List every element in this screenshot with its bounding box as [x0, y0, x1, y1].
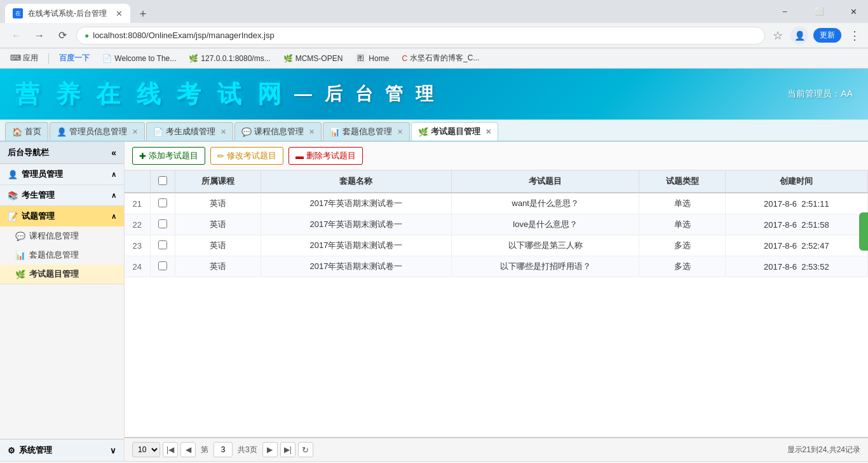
- sidebar-item-exam-topic[interactable]: 🌿 考试题目管理: [0, 265, 124, 284]
- star-icon[interactable]: ☆: [773, 29, 783, 43]
- last-page-button[interactable]: ▶|: [280, 442, 295, 457]
- app-header: 营 养 在 线 考 试 网 — 后 台 管 理 当前管理员：AA: [0, 69, 868, 120]
- row-checkbox[interactable]: [158, 219, 167, 228]
- row-datetime: 2017-8-6 2:52:47: [725, 235, 867, 256]
- select-all-checkbox[interactable]: [158, 176, 167, 185]
- tab-admin-info[interactable]: 👤 管理员信息管理 ✕: [50, 122, 145, 141]
- tab-close-icon[interactable]: ✕: [116, 9, 123, 18]
- back-button[interactable]: ←: [8, 27, 25, 45]
- exam-topic-sidebar-label: 考试题目管理: [29, 268, 79, 280]
- row-course: 英语: [175, 214, 261, 235]
- topic-tab-close[interactable]: ✕: [485, 128, 491, 136]
- sidebar-collapse-icon[interactable]: «: [111, 148, 116, 158]
- paper-tab-close[interactable]: ✕: [397, 128, 403, 136]
- row-course: 英语: [175, 256, 261, 277]
- next-page-button[interactable]: ▶: [262, 442, 278, 457]
- right-edge-tab[interactable]: [859, 212, 868, 251]
- browser-tab[interactable]: 在 在线考试系统-后台管理 ✕: [5, 4, 130, 23]
- refresh-button[interactable]: ↻: [298, 442, 313, 457]
- prev-page-button[interactable]: ◀: [180, 442, 196, 457]
- topic-tab-icon: 🌿: [418, 127, 428, 137]
- bookmark-apps[interactable]: ⌨ 应用: [5, 52, 43, 65]
- edit-icon: ✏: [217, 151, 224, 161]
- sidebar-item-course-info[interactable]: 💬 课程信息管理: [0, 226, 124, 245]
- admin-mgmt-icon: 👤: [8, 170, 18, 179]
- sidebar-section-admin-title[interactable]: 👤 管理员管理 ∧: [0, 164, 124, 184]
- display-info: 显示21到24,共24记录: [787, 445, 860, 455]
- app-title: 营 养 在 线 考 试 网: [15, 78, 287, 111]
- minimize-button[interactable]: –: [770, 0, 799, 23]
- home-tab-label: 首页: [25, 126, 41, 137]
- edit-exam-topic-button[interactable]: ✏ 修改考试题目: [210, 147, 283, 165]
- bookmark-home[interactable]: 图 Home: [350, 52, 394, 65]
- first-page-button[interactable]: |◀: [163, 442, 178, 457]
- sidebar-item-paper-info[interactable]: 📊 套题信息管理: [0, 245, 124, 265]
- score-tab-close[interactable]: ✕: [220, 128, 226, 136]
- total-pages-label: 共3页: [238, 445, 257, 455]
- secure-icon: ●: [85, 31, 89, 40]
- row-paper: 2017年英语期末测试卷一: [261, 193, 451, 214]
- add-label: 添加考试题目: [149, 150, 198, 162]
- table-row[interactable]: 23 英语 2017年英语期末测试卷一 以下哪些是第三人称 多选 2017-8-…: [125, 235, 868, 256]
- close-button[interactable]: ✕: [839, 0, 868, 23]
- row-datetime: 2017-8-6 2:51:11: [725, 193, 867, 214]
- home-tab-icon: 🏠: [12, 127, 22, 137]
- row-checkbox-cell: [150, 235, 175, 256]
- address-bar[interactable]: ● localhost:8080/OnlineExam/jsp/managerI…: [76, 27, 765, 45]
- course-tab-close[interactable]: ✕: [309, 128, 315, 136]
- sidebar-bottom: ⚙ 系统管理 ∨: [0, 439, 124, 461]
- sidebar-section-topic-title[interactable]: 📝 试题管理 ∧: [0, 206, 124, 226]
- system-mgmt-section[interactable]: ⚙ 系统管理 ∨: [0, 439, 124, 461]
- app-subtitle: — 后 台 管 理: [294, 82, 437, 106]
- student-mgmt-icon: 📚: [8, 191, 18, 200]
- sidebar-section-student-title[interactable]: 📚 考生管理 ∧: [0, 185, 124, 205]
- forward-button[interactable]: →: [31, 27, 48, 45]
- row-topic: 以下哪些是第三人称: [452, 235, 639, 256]
- row-checkbox[interactable]: [158, 198, 167, 207]
- bookmark-mcms[interactable]: 🌿 MCMS-OPEN: [278, 53, 348, 64]
- url-text: localhost:8080/OnlineExam/jsp/managerInd…: [93, 31, 274, 40]
- bookmark-blog[interactable]: C 水坚石青的博客_C...: [397, 52, 484, 65]
- bookmark-127[interactable]: 🌿 127.0.0.1:8080/ms...: [184, 53, 275, 64]
- student-mgmt-label: 考生管理: [22, 190, 55, 201]
- bookmark-welcome[interactable]: 📄 Welcome to The...: [97, 53, 181, 64]
- new-tab-button[interactable]: +: [134, 5, 152, 23]
- table-row[interactable]: 21 英语 2017年英语期末测试卷一 want是什么意思？ 单选 2017-8…: [125, 193, 868, 214]
- row-num: 22: [125, 214, 150, 235]
- row-checkbox[interactable]: [158, 261, 167, 270]
- paper-tab-icon: 📊: [330, 127, 340, 137]
- system-mgmt-icon: ⚙: [8, 446, 15, 455]
- page-size-select[interactable]: 10 20 50: [132, 442, 160, 457]
- row-checkbox-cell: [150, 214, 175, 235]
- tab-course-info[interactable]: 💬 课程信息管理 ✕: [234, 122, 322, 141]
- table-row[interactable]: 22 英语 2017年英语期末测试卷一 love是什么意思？ 单选 2017-8…: [125, 214, 868, 235]
- row-checkbox-cell: [150, 193, 175, 214]
- delete-icon: ▬: [295, 151, 304, 161]
- col-paper: 套题名称: [261, 170, 451, 193]
- system-mgmt-chevron: ∨: [110, 446, 116, 455]
- tab-exam-score[interactable]: 📄 考生成绩管理 ✕: [146, 122, 233, 141]
- score-tab-icon: 📄: [153, 127, 163, 137]
- student-chevron-icon: ∧: [111, 191, 116, 200]
- row-paper: 2017年英语期末测试卷一: [261, 256, 451, 277]
- maximize-button[interactable]: ⬜: [804, 0, 834, 23]
- account-icon[interactable]: 👤: [790, 27, 808, 45]
- row-type: 多选: [639, 235, 725, 256]
- delete-exam-topic-button[interactable]: ▬ 删除考试题目: [288, 147, 363, 165]
- add-exam-topic-button[interactable]: ✚ 添加考试题目: [132, 147, 205, 165]
- update-button[interactable]: 更新: [813, 28, 841, 43]
- col-type: 试题类型: [639, 170, 725, 193]
- reload-button[interactable]: ⟳: [53, 27, 71, 45]
- table-row[interactable]: 24 英语 2017年英语期末测试卷一 以下哪些是打招呼用语？ 多选 2017-…: [125, 256, 868, 277]
- topic-tab-label: 考试题目管理: [431, 126, 480, 137]
- tab-paper-info[interactable]: 📊 套题信息管理 ✕: [323, 122, 410, 141]
- tab-exam-topic[interactable]: 🌿 考试题目管理 ✕: [411, 122, 498, 141]
- tab-home[interactable]: 🏠 首页: [5, 122, 48, 141]
- page-number-input[interactable]: [214, 442, 233, 457]
- admin-tab-close[interactable]: ✕: [132, 128, 138, 136]
- menu-icon[interactable]: ⋮: [849, 29, 860, 43]
- admin-info: 当前管理员：AA: [787, 88, 853, 100]
- row-num: 21: [125, 193, 150, 214]
- bookmark-baidu[interactable]: 百度一下: [54, 52, 95, 65]
- row-checkbox[interactable]: [158, 240, 167, 249]
